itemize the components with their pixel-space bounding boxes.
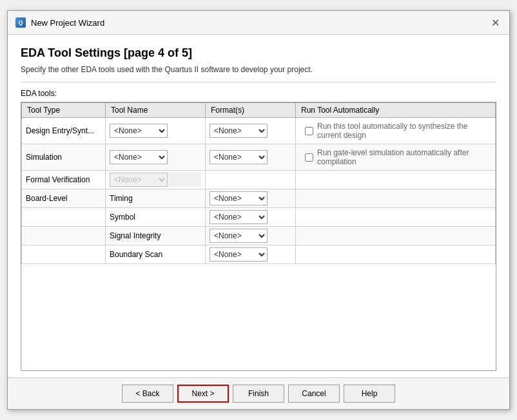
col-header-tool-name: Tool Name	[106, 103, 206, 118]
formats-dropdown-container: <None>	[210, 150, 291, 164]
app-icon: Q	[15, 17, 26, 28]
simulation-run-checkbox[interactable]	[305, 153, 313, 162]
run-auto-cell	[296, 171, 496, 189]
next-button[interactable]: Next >	[177, 385, 229, 403]
simulation-run-label: Run gate-level simulation automatically …	[317, 148, 486, 166]
table-row: Design Entry/Synt... <None>	[22, 118, 496, 144]
dialog: Q New Project Wizard ✕ EDA Tool Settings…	[7, 10, 510, 410]
run-auto-cell	[296, 227, 496, 245]
table-row: Formal Verification <None>	[22, 171, 496, 189]
formal-verification-tool-name-select[interactable]: <None>	[110, 173, 168, 187]
symbol-formats-select[interactable]: <None>	[210, 210, 268, 224]
eda-tools-table-container: Tool Type Tool Name Format(s) Run Tool A…	[21, 102, 496, 371]
col-header-formats: Format(s)	[206, 103, 296, 118]
tool-name-cell: Signal Integrity	[106, 227, 206, 245]
section-label: EDA tools:	[21, 89, 496, 98]
tool-name-cell: Boundary Scan	[106, 245, 206, 264]
formats-cell: <None>	[206, 245, 296, 264]
eda-tools-table: Tool Type Tool Name Format(s) Run Tool A…	[21, 102, 496, 264]
tool-type-cell	[22, 208, 106, 227]
description-text: Specify the other EDA tools used with th…	[21, 65, 496, 74]
col-header-tool-type: Tool Type	[22, 103, 106, 118]
run-tool-container: Run gate-level simulation automatically …	[300, 146, 491, 168]
run-auto-cell	[296, 245, 496, 264]
table-row: Symbol <None>	[22, 208, 496, 227]
run-tool-container: Run this tool automatically to synthesiz…	[300, 120, 491, 142]
close-button[interactable]: ✕	[489, 16, 502, 29]
table-row: Board-Level Timing <None>	[22, 189, 496, 208]
divider	[21, 82, 496, 82]
run-auto-cell: Run gate-level simulation automatically …	[296, 144, 496, 171]
table-row: Boundary Scan <None>	[22, 245, 496, 264]
dialog-title: New Project Wizard	[31, 18, 104, 28]
main-content: EDA Tool Settings [page 4 of 5] Specify …	[8, 35, 509, 377]
formats-cell: <None>	[206, 208, 296, 227]
table-row: Signal Integrity <None>	[22, 227, 496, 245]
simulation-tool-name-select[interactable]: <None>	[110, 150, 168, 164]
table-header-row: Tool Type Tool Name Format(s) Run Tool A…	[22, 103, 496, 118]
formats-dropdown-container: <None>	[210, 229, 291, 243]
tool-name-cell: Timing	[106, 189, 206, 208]
run-auto-cell	[296, 208, 496, 227]
title-bar-left: Q New Project Wizard	[15, 17, 104, 28]
cancel-button[interactable]: Cancel	[288, 385, 340, 403]
formats-cell: <None>	[206, 118, 296, 144]
design-entry-run-checkbox[interactable]	[305, 127, 313, 135]
timing-formats-select[interactable]: <None>	[210, 191, 268, 205]
formats-dropdown-container: <None>	[210, 210, 291, 224]
tool-type-cell: Simulation	[22, 144, 106, 171]
formats-dropdown-container: <None>	[210, 191, 291, 205]
formats-cell	[206, 171, 296, 189]
tool-type-cell: Board-Level	[22, 189, 106, 208]
design-entry-run-label: Run this tool automatically to synthesiz…	[317, 122, 486, 140]
finish-button[interactable]: Finish	[233, 385, 284, 403]
run-auto-cell	[296, 189, 496, 208]
simulation-formats-select[interactable]: <None>	[210, 150, 268, 164]
tool-name-cell: Symbol	[106, 208, 206, 227]
formats-cell: <None>	[206, 189, 296, 208]
table-row: Simulation <None>	[22, 144, 496, 171]
tool-name-cell: <None>	[106, 118, 206, 144]
footer: < Back Next > Finish Cancel Help	[8, 377, 509, 409]
tool-type-cell: Design Entry/Synt...	[22, 118, 106, 144]
tool-type-cell: Formal Verification	[22, 171, 106, 189]
design-entry-formats-select[interactable]: <None>	[210, 124, 268, 138]
run-auto-cell: Run this tool automatically to synthesiz…	[296, 118, 496, 144]
formats-dropdown-container: <None>	[210, 247, 291, 262]
boundary-scan-formats-select[interactable]: <None>	[210, 247, 268, 262]
tool-name-dropdown-container: <None>	[110, 173, 201, 187]
tool-name-dropdown-container: <None>	[110, 150, 201, 164]
help-button[interactable]: Help	[344, 385, 395, 403]
tool-name-cell: <None>	[106, 171, 206, 189]
formats-cell: <None>	[206, 227, 296, 245]
formats-dropdown-container: <None>	[210, 124, 291, 138]
tool-type-cell	[22, 227, 106, 245]
tool-name-cell: <None>	[106, 144, 206, 171]
tool-name-dropdown-container: <None>	[110, 124, 201, 138]
signal-integrity-formats-select[interactable]: <None>	[210, 229, 268, 243]
design-entry-tool-name-select[interactable]: <None>	[110, 124, 168, 138]
tool-type-cell	[22, 245, 106, 264]
title-bar: Q New Project Wizard ✕	[8, 11, 509, 35]
col-header-run-auto: Run Tool Automatically	[296, 103, 496, 118]
page-title: EDA Tool Settings [page 4 of 5]	[21, 46, 496, 60]
formats-cell: <None>	[206, 144, 296, 171]
back-button[interactable]: < Back	[122, 385, 173, 403]
